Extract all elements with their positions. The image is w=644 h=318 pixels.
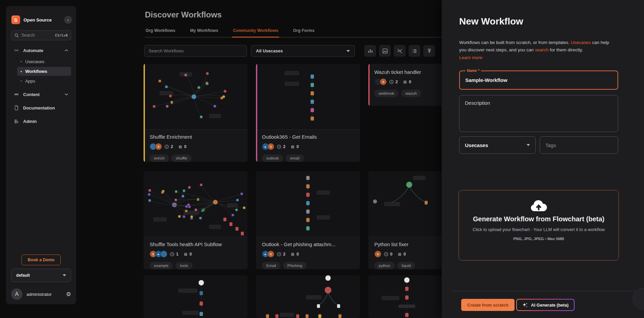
tabs-bar: Org Workflows My Workflows Community Wor…: [145, 28, 442, 38]
logo-text: Open Source: [23, 17, 64, 22]
user-menu[interactable]: A administrator ⚙: [11, 287, 71, 301]
workflow-thumbnail: [256, 64, 360, 130]
tag-chip[interactable]: outlook: [262, 154, 283, 162]
sidebar-search-input[interactable]: [21, 33, 52, 38]
copy-count: 0: [178, 144, 186, 149]
chevron-up-icon: [64, 49, 68, 52]
collapse-sidebar-button[interactable]: ‹: [64, 16, 72, 24]
building-icon: [14, 119, 19, 124]
book-demo-button[interactable]: Book a Demo: [21, 255, 61, 265]
shield-icon: [160, 251, 167, 258]
upload-icon[interactable]: [423, 45, 435, 57]
workflow-card[interactable]: Outlook365 - Get Emails ▸S 2 0 outlook e…: [256, 64, 360, 162]
tab-community-workflows[interactable]: Community Workflows: [232, 28, 279, 38]
org-selector[interactable]: default: [11, 269, 71, 282]
sparkles-icon: [522, 302, 528, 308]
usecase-filter-select[interactable]: All Usecases: [251, 45, 355, 57]
workflow-card[interactable]: Shuffle Tools health API Subflow S▸ 1 0 …: [144, 171, 248, 269]
workflow-thumbnail: [144, 275, 248, 318]
sidebar-item-automate[interactable]: Automate: [11, 46, 71, 55]
sidebar-item-apps[interactable]: Apps: [17, 77, 71, 86]
workflow-thumbnail: [144, 64, 248, 130]
tag-chip[interactable]: wazuh: [401, 90, 421, 97]
workflow-card[interactable]: [144, 275, 248, 318]
broadcast-icon: [14, 48, 19, 53]
usecases-link[interactable]: Usecases: [571, 40, 591, 45]
content-icon: [14, 92, 19, 97]
run-count: 0: [384, 252, 392, 257]
tag-chip[interactable]: python: [374, 262, 395, 269]
workflow-description-input[interactable]: [460, 95, 618, 132]
workflow-card[interactable]: Outlook - Get phishing attachm... ▸S 2 0…: [256, 171, 360, 269]
card-accent-bar: [144, 64, 145, 162]
workflow-thumbnail: [144, 171, 248, 237]
sidebar-item-workflows[interactable]: Workflows: [17, 67, 71, 76]
tag-chip[interactable]: webhook: [374, 90, 398, 97]
sidebar-item-usecases[interactable]: Usecases: [17, 57, 71, 66]
copy-count: 0: [402, 80, 411, 84]
workflow-name-input[interactable]: [460, 71, 618, 89]
card-accent-bar: [368, 64, 370, 106]
card-accent-bar: [256, 64, 257, 162]
run-count: 2: [277, 144, 285, 149]
shuffle-icon: S: [267, 251, 274, 258]
gear-icon[interactable]: ⚙: [66, 291, 71, 298]
run-count: 2: [164, 144, 173, 149]
copy-count: 0: [397, 252, 406, 257]
page-title: Discover Workflows: [145, 10, 222, 19]
workflow-description-field: [459, 95, 618, 132]
bar-chart-icon[interactable]: [364, 45, 376, 57]
flowchart-upload-dropzone[interactable]: Generate Workflow from Flowchart (beta) …: [459, 190, 619, 261]
usecases-select[interactable]: Usecases: [459, 136, 536, 154]
shuffle-icon: S: [155, 143, 162, 150]
shuffle-icon: S: [380, 78, 387, 85]
tag-chip[interactable]: Phishing: [283, 262, 307, 269]
view-toolbar: [364, 45, 435, 57]
drawer-divider: [452, 291, 644, 291]
create-from-scratch-button[interactable]: Create from scratch: [461, 299, 515, 311]
list-icon[interactable]: [409, 45, 420, 57]
tab-org-forms[interactable]: Org Forms: [292, 28, 315, 38]
shuffle-logo-icon: S: [11, 15, 20, 24]
sidebar-item-admin[interactable]: Admin: [11, 117, 71, 126]
cloud-upload-icon: [529, 200, 548, 213]
tag-chip[interactable]: shuffle: [171, 154, 192, 162]
chevron-down-icon: [64, 93, 68, 96]
upload-title: Generate Workflow from Flowchart (beta): [459, 215, 619, 223]
workflow-title: Shuffle Enrichment: [150, 134, 242, 140]
workflow-thumbnail: [256, 275, 360, 318]
sidebar-search-field: Ctrl+K: [11, 30, 71, 40]
tag-chip[interactable]: tools: [175, 262, 192, 269]
tag-chip[interactable]: Email: [262, 262, 280, 269]
workflow-name-field: Name *: [459, 71, 618, 90]
copy-count: 0: [290, 144, 299, 149]
run-count: 2: [389, 80, 398, 84]
search-shortcut: Ctrl+K: [55, 33, 68, 37]
sidebar-item-documentation[interactable]: Documentation: [11, 103, 71, 112]
line-chart-off-icon[interactable]: [394, 45, 406, 57]
tag-chip[interactable]: enrich: [150, 154, 169, 162]
ai-generate-button[interactable]: AI Generate (beta): [516, 299, 575, 311]
run-count: 1: [170, 252, 178, 257]
workflow-card[interactable]: Shuffle Enrichment S 2 0 enrich shuffle: [144, 64, 248, 162]
chevron-down-icon: [527, 144, 530, 146]
workflow-card[interactable]: [256, 275, 360, 318]
tags-input[interactable]: [540, 137, 618, 153]
workflow-title: Outlook - Get phishing attachm...: [262, 241, 355, 247]
tag-chip[interactable]: email: [286, 154, 304, 162]
tag-chip[interactable]: example: [150, 262, 173, 269]
run-count: 2: [277, 252, 285, 257]
tag-chip[interactable]: liquid: [397, 262, 415, 269]
image-icon[interactable]: [379, 45, 391, 57]
tab-my-workflows[interactable]: My Workflows: [190, 28, 219, 38]
copy-count: 0: [290, 252, 299, 257]
shuffle-icon: S: [374, 251, 381, 258]
search-link[interactable]: search: [535, 47, 549, 52]
tab-org-workflows[interactable]: Org Workflows: [145, 28, 176, 38]
workflow-thumbnail: [256, 171, 360, 237]
learn-more-link[interactable]: Learn more: [459, 54, 618, 61]
workflow-title: Shuffle Tools health API Subflow: [150, 241, 242, 247]
sidebar: S Open Source ‹ Ctrl+K Automate Usecases…: [6, 6, 76, 304]
workflow-search-input[interactable]: [149, 45, 243, 56]
sidebar-item-content[interactable]: Content: [11, 90, 71, 99]
